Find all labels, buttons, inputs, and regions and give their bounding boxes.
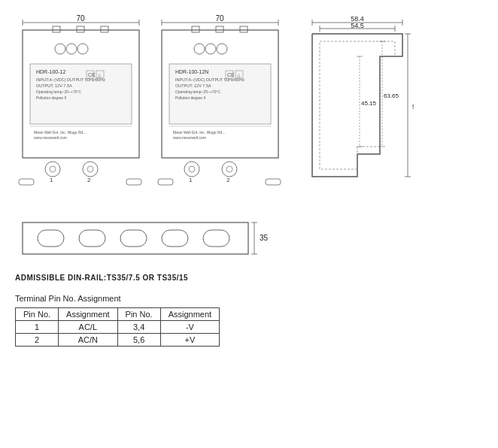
svg-point-25 xyxy=(50,166,56,172)
din-rail-drawing: 35 xyxy=(15,209,286,269)
col-header-assign1: Assignment xyxy=(59,308,117,321)
svg-rect-85 xyxy=(38,230,64,247)
svg-rect-62 xyxy=(158,179,173,185)
svg-text:2: 2 xyxy=(226,177,230,183)
table-cell-pin1: 2 xyxy=(16,334,59,347)
table-row: 1AC/L3,4-V xyxy=(16,321,220,334)
svg-text:Operating temp:-25~+70°C: Operating temp:-25~+70°C xyxy=(175,89,220,94)
svg-text:70: 70 xyxy=(215,15,224,23)
svg-text:CE: CE xyxy=(227,72,235,77)
svg-text:70: 70 xyxy=(76,15,85,23)
svg-rect-39 xyxy=(240,26,247,32)
svg-text:HDR-100-12N: HDR-100-12N xyxy=(175,69,208,74)
svg-text:INPUT:A~(VDC) DUTPUT 50Hz/60Hz: INPUT:A~(VDC) DUTPUT 50Hz/60Hz xyxy=(175,77,244,82)
svg-rect-86 xyxy=(79,230,105,247)
svg-text:HDR-100-12: HDR-100-12 xyxy=(36,69,65,74)
svg-rect-30 xyxy=(19,179,34,185)
pin-table: Pin No. Assignment Pin No. Assignment 1A… xyxy=(15,307,220,347)
svg-rect-31 xyxy=(126,179,141,185)
svg-text:OUTPUT: 12V  7.5A: OUTPUT: 12V 7.5A xyxy=(36,83,72,88)
table-row: 2AC/N5,6+V xyxy=(16,334,220,347)
svg-rect-88 xyxy=(162,230,188,247)
svg-rect-87 xyxy=(120,230,147,247)
svg-point-26 xyxy=(83,162,98,177)
svg-text:Mean Well Ent. Inc. Wugu Rd...: Mean Well Ent. Inc. Wugu Rd... xyxy=(173,130,226,135)
svg-text:Pollution degree II: Pollution degree II xyxy=(175,95,205,100)
svg-text:Pollution degree II: Pollution degree II xyxy=(36,95,66,100)
svg-point-56 xyxy=(184,162,199,177)
svg-rect-84 xyxy=(23,222,248,254)
table-cell-assign2: -V xyxy=(160,321,219,334)
page: 70 HDR-100-12 INPUT:A~(VDC) DUTPUT 50Hz/… xyxy=(0,0,498,448)
table-cell-pin2: 5,6 xyxy=(117,334,160,347)
svg-text:www.meanwell.com: www.meanwell.com xyxy=(34,135,67,140)
svg-point-10 xyxy=(77,44,88,54)
svg-text:△: △ xyxy=(237,73,241,77)
svg-point-40 xyxy=(194,44,205,54)
table-cell-pin2: 3,4 xyxy=(117,321,160,334)
device-drawing-right: 70 HDR-100-12N INPUT:A~(VDC) DUTPUT 50Hz… xyxy=(154,15,286,195)
svg-text:Mean Well Ent. Inc. Wugu Rd...: Mean Well Ent. Inc. Wugu Rd... xyxy=(34,130,87,135)
din-rail-label: ADMISSIBLE DIN-RAIL:TS35/7.5 OR TS35/15 xyxy=(15,274,188,282)
svg-text:CE: CE xyxy=(88,72,96,77)
svg-text:1: 1 xyxy=(50,177,53,183)
svg-rect-7 xyxy=(101,26,108,32)
svg-text:2: 2 xyxy=(87,177,91,183)
svg-point-42 xyxy=(217,44,227,54)
terminal-section: Terminal Pin No. Assignment Pin No. Assi… xyxy=(15,294,483,347)
svg-rect-63 xyxy=(266,179,281,185)
col-header-pin2: Pin No. xyxy=(117,308,160,321)
svg-point-58 xyxy=(222,162,237,177)
svg-point-8 xyxy=(55,44,65,54)
svg-rect-6 xyxy=(77,26,84,32)
table-cell-assign1: AC/L xyxy=(59,321,117,334)
svg-text:Operating temp:-25~+70°C: Operating temp:-25~+70°C xyxy=(36,89,81,94)
col-header-pin1: Pin No. xyxy=(16,308,59,321)
svg-point-9 xyxy=(66,44,77,54)
svg-point-41 xyxy=(205,44,216,54)
svg-point-27 xyxy=(87,166,93,172)
svg-text:1: 1 xyxy=(189,177,193,183)
profile-drawing: 58.4 54.5 90 63.65 45.15 xyxy=(293,15,414,195)
svg-text:35: 35 xyxy=(260,234,269,242)
svg-text:△: △ xyxy=(98,73,102,77)
svg-point-59 xyxy=(226,166,232,172)
svg-rect-89 xyxy=(203,230,229,247)
din-rail-section: 35 ADMISSIBLE DIN-RAIL:TS35/7.5 OR TS35/… xyxy=(15,209,483,282)
svg-text:INPUT:A~(VDC) DUTPUT 50Hz/60Hz: INPUT:A~(VDC) DUTPUT 50Hz/60Hz xyxy=(36,77,105,82)
svg-text:OUTPUT: 12V  7.5A: OUTPUT: 12V 7.5A xyxy=(175,83,211,88)
table-cell-assign1: AC/N xyxy=(59,334,117,347)
svg-text:90: 90 xyxy=(412,103,414,110)
col-header-assign2: Assignment xyxy=(160,308,219,321)
svg-rect-38 xyxy=(216,26,223,32)
svg-rect-37 xyxy=(192,26,199,32)
drawings-area: 70 HDR-100-12 INPUT:A~(VDC) DUTPUT 50Hz/… xyxy=(15,15,483,195)
table-cell-pin1: 1 xyxy=(16,321,59,334)
svg-point-24 xyxy=(45,162,60,177)
svg-point-57 xyxy=(189,166,195,172)
svg-rect-5 xyxy=(53,26,60,32)
terminal-title: Terminal Pin No. Assignment xyxy=(15,294,483,303)
table-cell-assign2: +V xyxy=(160,334,219,347)
device-drawing-left: 70 HDR-100-12 INPUT:A~(VDC) DUTPUT 50Hz/… xyxy=(15,15,147,195)
svg-text:45.15: 45.15 xyxy=(361,100,377,107)
svg-text:www.meanwell.com: www.meanwell.com xyxy=(173,135,206,140)
svg-text:63.65: 63.65 xyxy=(384,92,399,99)
svg-text:54.5: 54.5 xyxy=(351,22,364,29)
